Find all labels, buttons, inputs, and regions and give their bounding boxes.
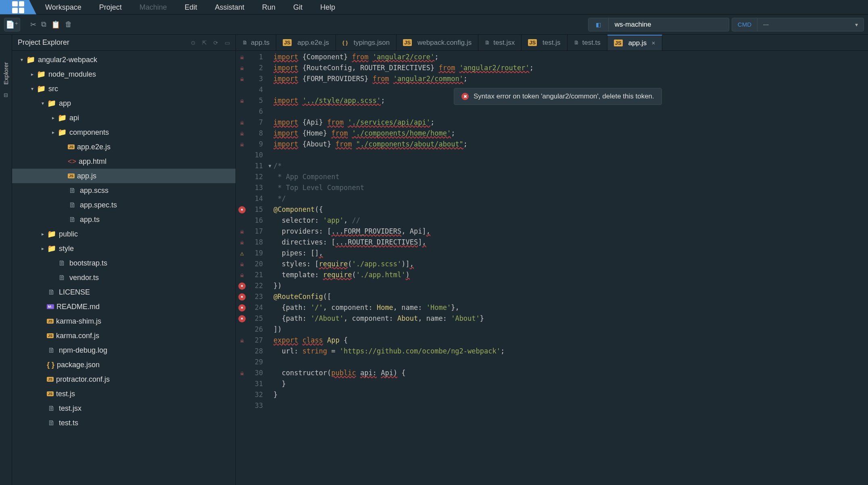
editor-tab[interactable]: JSwebpack.config.js [396, 35, 478, 50]
menu-assistant[interactable]: Assistant [206, 0, 253, 15]
rail-collapse-icon[interactable]: ⊟ [4, 92, 8, 98]
tab-label: app.ts [251, 39, 269, 47]
error-marker-icon[interactable] [238, 206, 246, 213]
explorer-minimize-icon[interactable]: ▭ [225, 40, 230, 46]
copy-icon[interactable]: ⧉ [41, 20, 46, 29]
line-number: 13 [248, 182, 263, 193]
error-skull-icon[interactable]: ☠ [240, 141, 244, 148]
menu-git[interactable]: Git [284, 0, 311, 15]
line-number: 12 [248, 171, 263, 182]
tree-item[interactable]: 🗎app.scss [12, 183, 236, 198]
tree-item[interactable]: ▸📁components [12, 125, 236, 140]
error-marker-icon[interactable] [238, 282, 246, 290]
tree-item[interactable]: ▾📁src [12, 82, 236, 96]
tree-item[interactable]: ▸📁style [12, 241, 236, 256]
code-content[interactable]: import {Component} from 'angular2/core';… [273, 51, 868, 485]
tree-item[interactable]: ▸📁public [12, 227, 236, 241]
menu-machine[interactable]: Machine [131, 0, 176, 15]
error-skull-icon[interactable]: ☠ [240, 261, 244, 268]
error-skull-icon[interactable]: ☠ [240, 65, 244, 72]
editor-tab[interactable]: JStest.js [522, 35, 567, 50]
paste-icon[interactable]: 📋 [51, 20, 60, 29]
tree-item[interactable]: ▸📁node_modules [12, 67, 236, 82]
menu-project[interactable]: Project [90, 0, 131, 15]
tree-caret-icon: ▸ [49, 115, 57, 121]
tree-item[interactable]: 🗎test.ts [12, 416, 236, 430]
tree-item[interactable]: 🗎bootstrap.ts [12, 256, 236, 270]
close-icon[interactable]: ✕ [651, 40, 655, 46]
menu-workspace[interactable]: Workspace [36, 0, 90, 15]
delete-icon[interactable]: 🗑 [65, 20, 72, 29]
menu-edit[interactable]: Edit [176, 0, 206, 15]
tree-item[interactable]: ▸📁api [12, 111, 236, 125]
warning-icon[interactable]: ⚠ [240, 249, 244, 257]
menu-help[interactable]: Help [311, 0, 344, 15]
editor-body[interactable]: ☠☠☠☠☠☠☠☠☠⚠☠☠☠☠ 1234567891011121314151617… [236, 51, 868, 485]
command-selector[interactable]: CMD --- ▾ [732, 18, 864, 31]
tree-item[interactable]: <>app.html [12, 154, 236, 169]
tree-item[interactable]: JSkarma-shim.js [12, 314, 236, 328]
error-skull-icon[interactable]: ☠ [240, 54, 244, 61]
error-skull-icon[interactable]: ☠ [240, 370, 244, 377]
tree-item[interactable]: JStest.js [12, 387, 236, 401]
line-number: 31 [248, 378, 263, 389]
tree-label: package.json [57, 361, 100, 369]
tree-item[interactable]: JSapp.e2e.js [12, 140, 236, 154]
menu-run[interactable]: Run [253, 0, 284, 15]
tree-label: node_modules [48, 70, 96, 79]
tree-item[interactable]: 🗎vendor.ts [12, 270, 236, 285]
tree-caret-icon: ▸ [49, 130, 57, 135]
tree-item[interactable]: JSapp.js [12, 169, 236, 183]
machine-selector[interactable]: ◧ ws-machine [588, 18, 729, 31]
error-skull-icon[interactable]: ☠ [240, 337, 244, 344]
tree-label: karma.conf.js [56, 332, 99, 340]
tree-label: test.jsx [59, 404, 81, 413]
tree-item[interactable]: 🗎LICENSE [12, 285, 236, 299]
tree-item[interactable]: 🗎app.ts [12, 212, 236, 227]
tree-label: npm-debug.log [59, 346, 107, 355]
error-skull-icon[interactable]: ☠ [240, 239, 244, 246]
error-marker-icon[interactable] [238, 293, 246, 301]
explorer-header: Project Explorer ⊙ ⇱ ⟳ ▭ [12, 35, 236, 51]
explorer-link-icon[interactable]: ⇱ [202, 40, 207, 46]
error-skull-icon[interactable]: ☠ [240, 119, 244, 126]
editor-tab[interactable]: JSapp.js✕ [607, 35, 662, 50]
line-number: 22 [248, 280, 263, 291]
tree-item[interactable]: ▾📁app [12, 96, 236, 111]
new-file-button[interactable]: 📄⁺ [4, 18, 20, 31]
fold-icon[interactable]: ▼ [269, 163, 271, 169]
editor-tab[interactable]: 🗎test.ts [568, 35, 607, 50]
cut-icon[interactable]: ✂ [30, 20, 36, 29]
tree-item[interactable]: JSkarma.conf.js [12, 328, 236, 343]
tree-label: karma-shim.js [56, 317, 101, 326]
error-skull-icon[interactable]: ☠ [240, 75, 244, 83]
line-number: 15 [248, 204, 263, 215]
explorer-settings-icon[interactable]: ⊙ [191, 40, 196, 46]
tree-item[interactable]: ▾📁angular2-webpack [12, 52, 236, 67]
tree-item[interactable]: 🗎app.spec.ts [12, 198, 236, 212]
tree-caret-icon: ▸ [39, 246, 47, 251]
tree-label: angular2-webpack [38, 56, 97, 64]
left-rail: Explorer ⊟ [0, 35, 12, 485]
tree-item[interactable]: JSprotractor.conf.js [12, 372, 236, 387]
error-skull-icon[interactable]: ☠ [240, 228, 244, 235]
error-skull-icon[interactable]: ☠ [240, 130, 244, 137]
error-marker-icon[interactable] [238, 315, 246, 322]
tree-item[interactable]: 🗎test.jsx [12, 401, 236, 416]
tab-label: app.js [628, 39, 647, 47]
tree-item[interactable]: 🗎npm-debug.log [12, 343, 236, 357]
editor-tab[interactable]: 🗎test.jsx [478, 35, 522, 50]
tree-label: public [59, 230, 78, 238]
error-skull-icon[interactable]: ☠ [240, 272, 244, 279]
tree-item[interactable]: { }package.json [12, 357, 236, 372]
tab-label: typings.json [353, 39, 390, 47]
editor-tab[interactable]: JSapp.e2e.js [276, 35, 336, 50]
editor-tab[interactable]: { }typings.json [336, 35, 397, 50]
explorer-refresh-icon[interactable]: ⟳ [213, 40, 218, 46]
app-logo[interactable] [0, 0, 36, 15]
editor-tab[interactable]: 🗎app.ts [236, 35, 276, 50]
error-skull-icon[interactable]: ☠ [240, 97, 244, 105]
rail-explorer-tab[interactable]: Explorer [2, 59, 9, 88]
tree-item[interactable]: M↓README.md [12, 299, 236, 314]
error-marker-icon[interactable] [238, 304, 246, 311]
